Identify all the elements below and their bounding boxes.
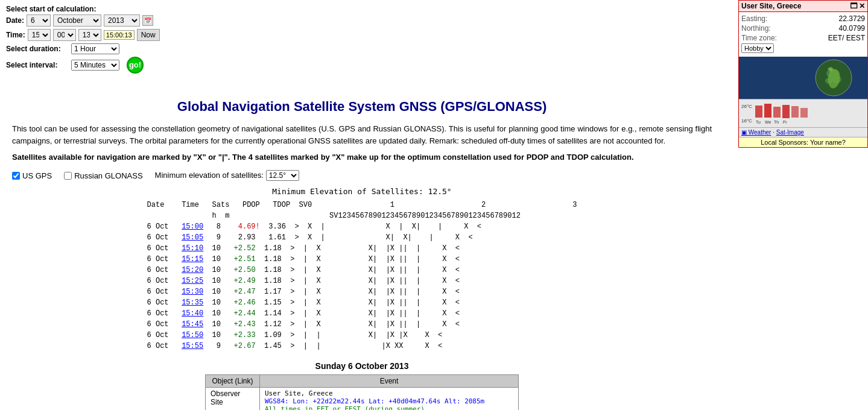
- type-row: Hobby: [741, 43, 865, 53]
- data-row-4: 6 Oct 15:15 10 +2.51 1.18 > | X X| |X ||…: [147, 255, 460, 263]
- data-row-1: 6 Oct 15:00 8 4.69! 3.36 > X | X | X| | …: [147, 222, 482, 231]
- date-label: Select start of calculation:: [6, 5, 862, 13]
- time-prefix-label: Time:: [6, 31, 25, 39]
- data-row-8: 6 Oct 15:35 10 +2.46 1.15 > | X X| |X ||…: [147, 298, 460, 307]
- duration-label: Select duration:: [6, 45, 66, 53]
- summary-object-cell: Observer Site: [206, 388, 260, 411]
- right-panel: User Site, Greece 🗔 ✕ Easting: 22.3729 N…: [738, 0, 868, 148]
- northing-row: Northing: 40.0799: [741, 24, 865, 33]
- data-row-2: 6 Oct 15:05 9 2.93 1.61 > X | X| X| | X …: [147, 233, 473, 242]
- page-description: This tool can be used for assessing the …: [12, 123, 712, 147]
- interval-row: Select interval: 5 Minutes go!: [6, 57, 862, 74]
- gps-checkbox-label[interactable]: US GPS: [12, 171, 52, 180]
- right-panel-title: User Site, Greece 🗔 ✕: [739, 1, 867, 12]
- summary-table: Object (Link) Event Observer Site User S…: [205, 374, 519, 410]
- data-row-6: 6 Oct 15:25 10 +2.49 1.18 > | X X| |X ||…: [147, 277, 460, 285]
- easting-row: Easting: 22.3729: [741, 14, 865, 23]
- interval-label: Select interval:: [6, 61, 66, 69]
- map-area: [739, 57, 867, 99]
- sponsor-bar: Local Sponsors: Your name?: [739, 137, 867, 147]
- gps-checkbox[interactable]: [12, 172, 20, 180]
- svg-rect-12: [791, 106, 799, 118]
- weather-link[interactable]: ▣ Weather: [741, 129, 771, 136]
- time-display: 15:00:13: [104, 30, 135, 40]
- weather-strip: 26°C 16°C Tu We Th Fr: [739, 99, 867, 127]
- event-line-1: User Site, Greece: [265, 390, 513, 397]
- summary-row-1: Observer Site User Site, Greece WGS84: L…: [206, 388, 519, 411]
- data-row-11: 6 Oct 15:50 10 +2.33 1.09 > | | X| |X |X…: [147, 331, 443, 339]
- event-line-3: All times in EET or EEST (during summer): [265, 405, 513, 410]
- col-object-header: Object (Link): [206, 375, 260, 388]
- go-button[interactable]: go!: [127, 57, 144, 74]
- data-row-12: 6 Oct 15:55 9 +2.67 1.45 > | | |X XX X <: [147, 342, 443, 350]
- weather-links: ▣ Weather · Sat-Image: [739, 127, 867, 137]
- min-elev-select[interactable]: 12.5°: [266, 170, 299, 181]
- duration-select[interactable]: 1 Hour: [71, 43, 119, 54]
- weather-chart-svg: 26°C 16°C Tu We Th Fr: [740, 101, 861, 125]
- right-panel-icon[interactable]: 🗔 ✕: [850, 2, 865, 10]
- svg-text:26°C: 26°C: [741, 104, 752, 109]
- sat-image-link[interactable]: Sat-Image: [776, 129, 804, 136]
- data-pre: Date Time Sats PDOP TDOP SV0 1 2 3 h m S…: [147, 200, 577, 352]
- time-row: Time: 15 00 13 15:00:13 Now: [6, 29, 862, 41]
- svg-text:16°C: 16°C: [741, 118, 752, 124]
- data-table-wrapper: Date Time Sats PDOP TDOP SV0 1 2 3 h m S…: [12, 200, 712, 352]
- svg-rect-9: [764, 104, 771, 118]
- data-section: Minimum Elevation of Satellites: 12.5° D…: [12, 187, 712, 352]
- data-title: Minimum Elevation of Satellites: 12.5°: [12, 187, 712, 196]
- page-note: Satellites available for navigation are …: [12, 153, 712, 162]
- glonass-checkbox[interactable]: [64, 172, 72, 180]
- svg-rect-8: [755, 106, 762, 118]
- svg-text:We: We: [765, 120, 771, 124]
- duration-row: Select duration: 1 Hour: [6, 43, 862, 54]
- date-year-select[interactable]: 2013: [104, 14, 140, 27]
- summary-event-cell: User Site, Greece WGS84: Lon: +22d22m22.…: [260, 388, 519, 411]
- date-row: Date: 6 October 2013 📅: [6, 14, 862, 27]
- col-event-header: Event: [260, 375, 519, 388]
- globe-map-svg: [743, 57, 864, 99]
- main-content: Global Navigation Satellite System GNSS …: [0, 81, 724, 410]
- data-row-10: 6 Oct 15:45 10 +2.43 1.12 > | X X| |X ||…: [147, 320, 460, 329]
- svg-rect-11: [782, 105, 790, 118]
- col-headers: Date Time Sats PDOP TDOP SV0 1 2 3 h m S…: [147, 201, 577, 220]
- data-row-5: 6 Oct 15:20 10 +2.50 1.18 > | X X| |X ||…: [147, 266, 460, 274]
- time-sec-select[interactable]: 13: [78, 29, 101, 41]
- date-prefix-label: Date:: [6, 16, 24, 25]
- svg-text:Tu: Tu: [756, 120, 761, 124]
- svg-rect-13: [800, 108, 808, 118]
- options-row: US GPS Russian GLONASS Minimum elevation…: [12, 170, 712, 181]
- svg-rect-10: [773, 107, 781, 118]
- date-month-select[interactable]: October: [53, 14, 101, 27]
- type-select[interactable]: Hobby: [741, 43, 774, 53]
- page-title: Global Navigation Satellite System GNSS …: [12, 99, 712, 115]
- svg-text:Th: Th: [774, 120, 779, 124]
- right-panel-body: Easting: 22.3729 Northing: 40.0799 Time …: [739, 12, 867, 57]
- data-row-9: 6 Oct 15:40 10 +2.44 1.14 > | X X| |X ||…: [147, 309, 460, 318]
- summary-table-wrapper: Object (Link) Event Observer Site User S…: [12, 374, 712, 410]
- event-line-2: WGS84: Lon: +22d22m22.44s Lat: +40d04m47…: [265, 397, 513, 405]
- calendar-icon[interactable]: 📅: [142, 15, 153, 26]
- now-button[interactable]: Now: [137, 29, 160, 41]
- data-row-7: 6 Oct 15:30 10 +2.47 1.17 > | X X| |X ||…: [147, 288, 460, 296]
- min-elev-label: Minimum elevation of satellites: 12.5°: [155, 170, 299, 181]
- data-row-3: 6 Oct 15:10 10 +2.52 1.18 > | X X| |X ||…: [147, 244, 460, 253]
- summary-title: Sunday 6 October 2013: [12, 361, 712, 371]
- time-hour-select[interactable]: 15: [28, 29, 51, 41]
- time-min-select[interactable]: 00: [53, 29, 76, 41]
- interval-select[interactable]: 5 Minutes: [71, 60, 119, 71]
- timezone-row: Time zone: EET/ EEST: [741, 34, 865, 42]
- glonass-checkbox-label[interactable]: Russian GLONASS: [64, 171, 142, 180]
- svg-text:Fr: Fr: [783, 120, 787, 124]
- date-day-select[interactable]: 6: [27, 14, 51, 27]
